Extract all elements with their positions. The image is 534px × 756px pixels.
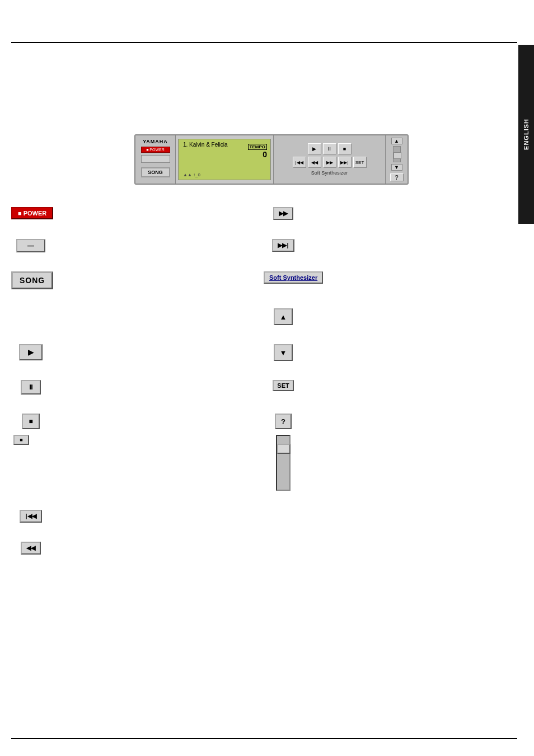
- prev-track-button-entry: |◀◀: [11, 510, 252, 523]
- soft-synth-button-img: Soft Synthesizer: [264, 271, 323, 284]
- song-button[interactable]: SONG: [11, 271, 53, 289]
- dash-button-img: —: [11, 239, 50, 252]
- volume-slider[interactable]: [276, 435, 291, 491]
- stop-button-entry: ■: [11, 414, 241, 429]
- stop-mini-button[interactable]: ■: [13, 435, 29, 445]
- stop-mini-ref: ■: [11, 435, 241, 445]
- buttons-section: ■ POWER ▶▶ — ▶▶|: [11, 207, 494, 574]
- device-transport-row: ▶ ⏸ ■: [308, 143, 352, 154]
- device-controls: ▶ ⏸ ■ |◀◀ ◀◀ ▶▶ ▶▶| SET Soft Synthesizer: [273, 135, 385, 184]
- power-button-img: ■ POWER: [11, 207, 53, 219]
- tempo-label: TEMPO: [248, 144, 267, 150]
- soft-synth-button[interactable]: Soft Synthesizer: [264, 271, 323, 284]
- set-button[interactable]: SET: [273, 380, 293, 391]
- button-row-4: ▲: [11, 308, 494, 335]
- button-row-7: ■ ■ ?: [11, 414, 494, 501]
- set-button-img: SET: [264, 380, 303, 391]
- device-down-arrow-btn[interactable]: ▼: [391, 164, 402, 171]
- rewind-button-entry: ◀◀: [11, 542, 252, 555]
- right-tab-label: ENGLISH: [523, 119, 530, 150]
- up-arrow-button-entry: ▲: [252, 308, 494, 325]
- device-pause-btn[interactable]: ⏸: [323, 143, 336, 154]
- volume-slider-thumb: [277, 444, 291, 454]
- dash-button-entry: —: [11, 239, 252, 252]
- pause-button-entry: ⏸: [11, 380, 252, 395]
- display-bar-indicator: ▲▲ ↑_0: [183, 172, 200, 177]
- button-row-8: |◀◀: [11, 510, 494, 533]
- help-slider-group: ?: [252, 414, 494, 501]
- next-track-button-img: ▶▶|: [264, 239, 303, 252]
- empty-right-entry-2: [252, 542, 494, 555]
- button-row-6: ⏸ SET: [11, 380, 494, 405]
- device-stop-btn[interactable]: ■: [338, 143, 352, 154]
- dash-button[interactable]: —: [16, 239, 45, 252]
- device-prev-track-btn[interactable]: |◀◀: [293, 157, 306, 168]
- next-track-button-entry: ▶▶|: [252, 239, 494, 252]
- pause-button-img: ⏸: [11, 380, 50, 395]
- volume-slider-img: [264, 435, 303, 491]
- pause-button[interactable]: ⏸: [21, 380, 41, 395]
- rewind-button[interactable]: ◀◀: [21, 542, 41, 555]
- device-right-panel: ▲ ▼ ?: [385, 135, 407, 184]
- up-arrow-button[interactable]: ▲: [274, 308, 293, 325]
- soft-synth-button-entry: Soft Synthesizer: [252, 271, 494, 289]
- power-button[interactable]: ■ POWER: [11, 207, 53, 219]
- display-tempo-area: TEMPO 0: [248, 142, 267, 159]
- button-row-2: — ▶▶|: [11, 239, 494, 262]
- ff-button-entry: ▶▶: [252, 207, 494, 220]
- ff-button-img: ▶▶: [264, 207, 303, 220]
- prev-track-button-img: |◀◀: [11, 510, 50, 523]
- button-row-5: ▶ ▼: [11, 344, 494, 371]
- device-brand: YAMAHA: [143, 139, 168, 144]
- song-button-entry: SONG: [11, 271, 252, 289]
- device-play-btn[interactable]: ▶: [308, 143, 321, 154]
- soft-synth-label: Soft Synthesizer: [311, 170, 348, 176]
- empty-left-entry: [11, 308, 252, 325]
- power-button-entry: ■ POWER: [11, 207, 252, 220]
- tempo-value: 0: [248, 150, 267, 159]
- device-song-btn: SONG: [141, 167, 170, 177]
- volume-slider-entry: [264, 435, 494, 491]
- down-arrow-button-img: ▼: [264, 344, 303, 361]
- ff-button[interactable]: ▶▶: [273, 207, 293, 220]
- button-row-9: ◀◀: [11, 542, 494, 565]
- stop-button-group: ■ ■: [11, 414, 252, 501]
- device-slider-thumb: [394, 152, 401, 159]
- down-arrow-button[interactable]: ▼: [274, 344, 293, 361]
- device-ff-btn[interactable]: ▶▶: [323, 157, 336, 168]
- help-button[interactable]: ?: [275, 414, 292, 429]
- device-dash-btn: [141, 155, 170, 163]
- button-row-3: SONG Soft Synthesizer: [11, 271, 494, 299]
- button-row-1: ■ POWER ▶▶: [11, 207, 494, 230]
- device-display: 1. Kalvin & Felicia TEMPO 0 ▲▲ ↑_0: [178, 139, 271, 180]
- stop-button-img: ■: [11, 414, 50, 429]
- up-arrow-button-img: ▲: [264, 308, 303, 325]
- rewind-button-img: ◀◀: [11, 542, 50, 555]
- empty-right-entry: [252, 510, 494, 523]
- play-button-entry: ▶: [11, 344, 252, 361]
- player-device: YAMAHA ■ POWER SONG 1. Kalvin & Felicia …: [134, 134, 409, 185]
- prev-track-button[interactable]: |◀◀: [20, 510, 41, 523]
- device-next-track-btn[interactable]: ▶▶|: [338, 157, 352, 168]
- device-nav-row: |◀◀ ◀◀ ▶▶ ▶▶| SET: [293, 157, 367, 168]
- device-volume-slider[interactable]: [393, 146, 401, 162]
- device-help-btn[interactable]: ?: [390, 173, 404, 181]
- play-button[interactable]: ▶: [19, 344, 43, 360]
- right-side-tab: ENGLISH: [518, 45, 534, 224]
- help-button-entry: ?: [264, 414, 494, 429]
- device-power-indicator: ■ POWER: [141, 147, 170, 153]
- device-set-btn[interactable]: SET: [353, 157, 367, 168]
- device-up-arrow-btn[interactable]: ▲: [391, 138, 402, 144]
- device-left-panel: YAMAHA ■ POWER SONG: [135, 135, 176, 184]
- next-track-button[interactable]: ▶▶|: [272, 239, 294, 252]
- stop-button[interactable]: ■: [22, 414, 39, 429]
- set-button-entry: SET: [252, 380, 494, 395]
- down-arrow-button-entry: ▼: [252, 344, 494, 361]
- top-divider: [11, 42, 517, 43]
- device-rewind-btn[interactable]: ◀◀: [308, 157, 321, 168]
- page-content: YAMAHA ■ POWER SONG 1. Kalvin & Felicia …: [11, 45, 516, 738]
- play-button-img: ▶: [11, 344, 50, 360]
- bottom-divider: [11, 738, 517, 739]
- help-button-img: ?: [264, 414, 303, 429]
- song-button-img: SONG: [11, 271, 53, 289]
